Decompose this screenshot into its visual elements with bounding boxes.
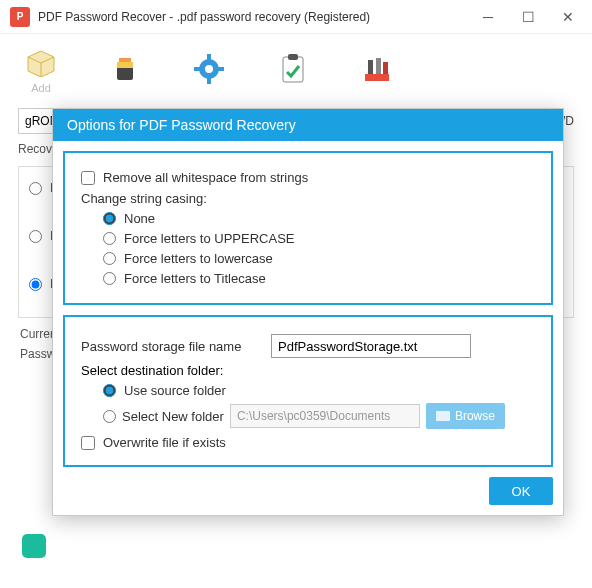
remove-whitespace-checkbox[interactable]: Remove all whitespace from strings [81,170,535,185]
select-new-folder-label: Select New folder [122,409,224,424]
svg-rect-9 [283,57,303,82]
string-options-panel: Remove all whitespace from strings Chang… [63,151,553,305]
toolbar-item-3[interactable] [192,52,226,86]
casing-lowercase[interactable]: Force letters to lowercase [103,251,535,266]
toolbar-item-4[interactable] [276,52,310,86]
svg-rect-12 [368,60,373,74]
ok-button[interactable]: OK [489,477,553,505]
svg-rect-2 [119,58,131,62]
overwrite-checkbox[interactable]: Overwrite file if exists [81,435,535,450]
storage-file-label: Password storage file name [81,339,261,354]
svg-point-4 [205,65,213,73]
casing-title: Change string casing: [81,191,535,206]
svg-rect-6 [207,78,211,84]
minimize-button[interactable]: ─ [468,2,508,32]
dialog-title: Options for PDF Password Recovery [53,109,563,141]
folder-icon [436,411,450,421]
close-button[interactable]: ✕ [548,2,588,32]
options-dialog: Options for PDF Password Recovery Remove… [52,108,564,516]
svg-rect-8 [218,67,224,71]
toolbar-item-5[interactable] [360,52,394,86]
svg-rect-10 [288,54,298,60]
use-source-folder[interactable]: Use source folder [103,383,535,398]
folder-path-input[interactable] [230,404,420,428]
toolbar: Add [0,34,592,104]
app-icon: P [10,7,30,27]
attack-opt-b[interactable] [29,278,42,291]
svg-rect-1 [117,62,133,68]
svg-rect-13 [376,58,381,74]
svg-rect-11 [365,74,389,81]
attack-opt-d[interactable] [29,182,42,195]
gear-icon [192,52,226,86]
bucket-icon [108,52,142,86]
storage-panel: Password storage file name Select destin… [63,315,553,467]
dest-folder-label: Select destination folder: [81,363,535,378]
svg-rect-5 [207,54,211,60]
toolbar-add[interactable]: Add [24,45,58,94]
svg-rect-7 [194,67,200,71]
casing-titlecase[interactable]: Force letters to Titlecase [103,271,535,286]
clipboard-icon [276,52,310,86]
attack-opt-m[interactable] [29,230,42,243]
toolbar-add-label: Add [31,82,51,94]
maximize-button[interactable]: ☐ [508,2,548,32]
titlebar: P PDF Password Recover - .pdf password r… [0,0,592,34]
box-icon [24,45,58,79]
chat-icon[interactable] [22,534,46,558]
svg-rect-14 [383,62,388,74]
casing-none[interactable]: None [103,211,535,226]
select-new-folder[interactable] [103,410,116,423]
window-title: PDF Password Recover - .pdf password rec… [38,10,468,24]
storage-file-input[interactable] [271,334,471,358]
tools-icon [360,52,394,86]
toolbar-item-2[interactable] [108,52,142,86]
browse-button[interactable]: Browse [426,403,505,429]
casing-uppercase[interactable]: Force letters to UPPERCASE [103,231,535,246]
